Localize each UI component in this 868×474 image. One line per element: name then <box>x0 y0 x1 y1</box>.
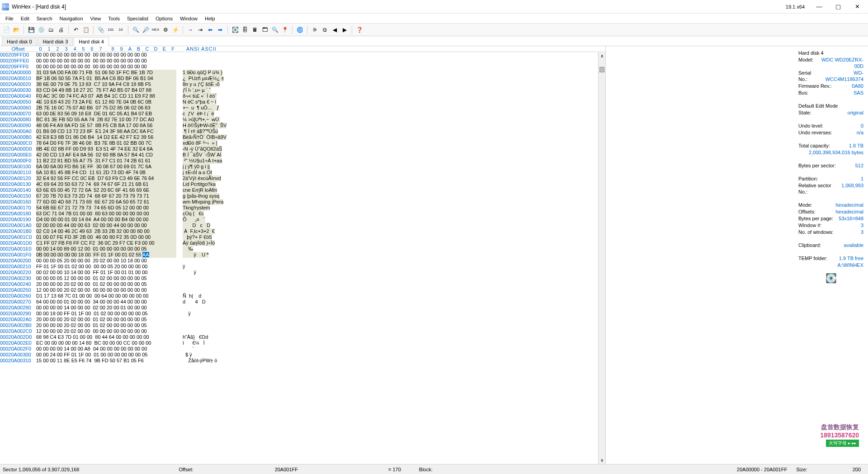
vertical-scrollbar[interactable]: ∧ ∨ <box>598 52 605 464</box>
hex-row[interactable]: 00020A0023000 00 00 05 12 00 00 00 01 02… <box>0 275 605 281</box>
next-diff-icon[interactable]: ▶ <box>340 25 349 34</box>
hex-row[interactable]: 00020A001106A 10 B1 45 8B F4 CD 11 61 2D… <box>0 170 605 175</box>
hex-row[interactable]: 00020A0003083 CD 04 49 8B 18 27 2C 75 F7… <box>0 87 605 93</box>
replace-icon[interactable]: ⚙ <box>161 25 170 34</box>
new-icon[interactable]: 📄 <box>2 25 11 34</box>
menu-edit[interactable]: Edit <box>17 15 33 22</box>
hex-row[interactable]: 00020A00260D1 17 13 68 7C 01 00 00 00 64… <box>0 293 605 299</box>
hex-row[interactable]: 00020A0018063 DC 71 04 7B 01 00 00 80 63… <box>0 211 605 217</box>
menu-window[interactable]: Window <box>176 15 201 22</box>
find-icon[interactable]: 🔍 <box>131 25 140 34</box>
maximize-button[interactable]: ▢ <box>829 1 847 13</box>
print-icon[interactable]: 🖨 <box>57 25 66 34</box>
copy-icon[interactable]: 📋 <box>81 25 90 34</box>
tab-hard-disk-4[interactable]: Hard disk 4 <box>74 37 109 46</box>
save-sector-icon[interactable]: 💿 <box>37 25 46 34</box>
menu-navigation[interactable]: Navigation <box>56 15 87 22</box>
hex-row[interactable]: 00020A0000031 03 9A D0 FA 00 71 FB 51 06… <box>0 70 605 76</box>
hex-row[interactable]: 00020A00190D4 00 00 00 01 00 14 84 A4 00… <box>0 217 605 223</box>
scroll-thumb[interactable] <box>599 67 604 72</box>
hex-row[interactable]: 00020A001304C 69 64 20 50 63 72 74 69 74… <box>0 181 605 187</box>
hex-row[interactable]: 00020A00010BF 1B 06 50 55 7A F1 01 B5 A4… <box>0 76 605 81</box>
hex-row[interactable]: 00020A0027064 00 00 00 01 00 00 00 34 00… <box>0 299 605 305</box>
hex-row[interactable]: 00020A000A001 B6 08 CD 13 72 23 8F E1 24… <box>0 128 605 134</box>
disk-icon[interactable]: 💽 <box>231 25 240 34</box>
hex-row[interactable]: 00020A0030000 00 24 00 FF 01 1F 00 01 00… <box>0 352 605 358</box>
properties-icon[interactable]: 🗂 <box>47 25 56 34</box>
menu-search[interactable]: Search <box>33 15 56 22</box>
nav-back-icon[interactable]: ⬅ <box>206 25 215 34</box>
tab-hard-disk-3[interactable]: Hard disk 3 <box>38 37 73 46</box>
hex-body[interactable]: 000209FFD000 00 00 00 00 00 00 00 00 00 … <box>0 52 605 364</box>
hex-row[interactable]: 00020A00080BC 81 3E FB 5D 55 AA 74 2B 82… <box>0 117 605 123</box>
hex-row[interactable]: 00020A000602B 7E 16 0C 75 07 A0 B6 07 75… <box>0 105 605 111</box>
ram-icon[interactable]: 🗄 <box>241 25 250 34</box>
nav-fwd-icon[interactable]: ➡ <box>216 25 225 34</box>
hex-row[interactable]: 00020A0007063 00 0E 83 56 09 18 E8 DE 01… <box>0 111 605 117</box>
hex-row[interactable]: 00020A0017054 6B 6E 67 21 72 79 73 74 65… <box>0 205 605 211</box>
undo-icon[interactable]: ↶ <box>71 25 80 34</box>
menu-file[interactable]: File <box>2 15 17 22</box>
hex-row[interactable]: 00020A0028000 00 00 00 14 00 00 00 02 00… <box>0 305 605 311</box>
hex-row[interactable]: 00020A002F000 00 00 00 14 00 00 A8 04 00… <box>0 346 605 352</box>
tab-hard-disk-0[interactable]: Hard disk 0 <box>2 37 37 46</box>
hex-row[interactable]: 00020A002B020 00 00 00 20 02 00 00 01 02… <box>0 322 605 328</box>
hex-row[interactable]: 00020A0012032 E4 92 56 FF CC 0C EB D7 63… <box>0 175 605 181</box>
hex-row[interactable]: 00020A001D0C1 FF 07 FB F8 FF CC F2 36 0C… <box>0 240 605 246</box>
hex-row[interactable]: 00020A0002038 6E 00 79 0E 75 13 83 C7 10… <box>0 81 605 87</box>
hex-row[interactable]: 00020A0022000 02 00 00 10 14 00 00 FF 01… <box>0 270 605 275</box>
hex-editor[interactable]: Offset 0 1 2 3 4 5 6 7 8 9 A B C D E F A… <box>0 46 606 464</box>
hex-row[interactable]: 00020A0031015 00 00 11 8E E5 F6 74 9B FD… <box>0 358 605 364</box>
prev-diff-icon[interactable]: ◀ <box>330 25 339 34</box>
position-icon[interactable]: 📍 <box>280 25 289 34</box>
hex-row[interactable]: 00020A00040F0 AC 3C 00 74 FC A3 07 AB B4… <box>0 93 605 99</box>
close-button[interactable]: ✕ <box>848 1 866 13</box>
clipboard-icon[interactable]: 📎 <box>96 25 105 34</box>
nav-first-icon[interactable]: → <box>186 25 195 34</box>
hex-row[interactable]: 00020A0025012 00 00 00 20 02 00 00 00 00… <box>0 287 605 293</box>
sync-icon[interactable]: ⚞ <box>310 25 319 34</box>
calc-icon[interactable]: 🖩 <box>250 25 259 34</box>
hex-icon[interactable]: 101 <box>106 25 115 34</box>
hex-row[interactable]: 00020A0015067 20 7B 70 E3 73 2D 74 68 6F… <box>0 193 605 199</box>
help-icon[interactable]: ❓ <box>355 25 364 34</box>
hex-row[interactable]: 00020A002E0EC 00 00 00 00 00 14 80 BC 00… <box>0 340 605 346</box>
compare-icon[interactable]: ⧉ <box>320 25 329 34</box>
find-text-icon[interactable]: HEX <box>151 25 160 34</box>
menu-view[interactable]: View <box>87 15 105 22</box>
hex-row[interactable]: 00020A0016077 6D 00 4D 68 71 73 69 6E 67… <box>0 199 605 205</box>
save-icon[interactable]: 💾 <box>27 25 36 34</box>
menu-options[interactable]: Options <box>152 15 176 22</box>
hex-row[interactable]: 00020A0009048 06 F4 A9 8A FD 1E 57 8B F5… <box>0 123 605 128</box>
hex-row[interactable]: 00020A000504E 10 E8 43 20 73 2A FE 61 12… <box>0 99 605 105</box>
hex-row[interactable]: 00020A0024020 00 00 00 20 02 00 00 01 02… <box>0 281 605 287</box>
hex-row[interactable]: 00020A002C012 00 00 00 20 02 00 00 00 00… <box>0 328 605 334</box>
open-icon[interactable]: 📂 <box>12 25 21 34</box>
menu-tools[interactable]: Tools <box>104 15 123 22</box>
hex-row[interactable]: 00020A000C078 64 D0 F6 7F 38 46 08 B3 7E… <box>0 140 605 146</box>
hex-row[interactable]: 00020A000F011 B2 22 81 BD 55 A7 75 31 F7… <box>0 158 605 164</box>
analyze-icon[interactable]: 🌀 <box>295 25 304 34</box>
menu-specialist[interactable]: Specialist <box>123 15 152 22</box>
hex-row[interactable]: 00020A00210FF 01 1F 00 01 02 00 00 00 00… <box>0 264 605 270</box>
find-hex-icon[interactable]: 🔎 <box>141 25 150 34</box>
dec-icon[interactable]: 10 <box>116 25 125 34</box>
hex-row[interactable]: 00020A0029000 00 18 00 FF 01 1F 00 01 02… <box>0 311 605 317</box>
hex-row[interactable]: 00020A0014063 6E 65 00 45 72 72 6A 52 20… <box>0 187 605 193</box>
hex-row[interactable]: 00020A000B042 E8 E3 8B D1 86 D6 B4 14 D2… <box>0 134 605 140</box>
hex-row[interactable]: 000209FFD000 00 00 00 00 00 00 00 00 00 … <box>0 52 605 58</box>
window-icon[interactable]: 🗔 <box>260 25 269 34</box>
minimize-button[interactable]: — <box>810 1 828 13</box>
zoom-icon[interactable]: 🔍 <box>270 25 279 34</box>
hex-row[interactable]: 00020A001006A 00 6A 00 FD B6 1E FF 30 08… <box>0 164 605 170</box>
hex-row[interactable]: 000209FFF000 00 00 00 00 00 00 00 00 00 … <box>0 64 605 70</box>
hex-row[interactable]: 000209FFE000 00 00 00 00 00 00 00 00 00 … <box>0 58 605 64</box>
hex-row[interactable]: 00020A001E000 00 14 00 89 00 12 00 01 00… <box>0 246 605 252</box>
hex-row[interactable]: 00020A001B002 C0 14 00 46 2C 49 63 2B 33… <box>0 228 605 234</box>
nav-goto-icon[interactable]: ⇥ <box>196 25 205 34</box>
hex-row[interactable]: 00020A0020000 00 00 05 20 00 00 00 20 02… <box>0 258 605 264</box>
scroll-up-icon[interactable]: ∧ <box>599 52 605 60</box>
hex-row[interactable]: 00020A000E042 00 CD 13 AF E4 8A 56 02 60… <box>0 152 605 158</box>
hex-row[interactable]: 00020A000D08B 4E 02 8B FF 00 D9 93 E3 51… <box>0 146 605 152</box>
hex-row[interactable]: 00020A001C001 00 07 FE FD 3F 2B 00 46 00… <box>0 234 605 240</box>
